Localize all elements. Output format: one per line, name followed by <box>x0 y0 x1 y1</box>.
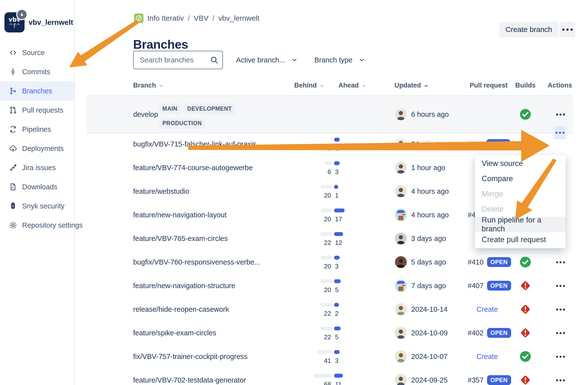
user-avatar[interactable] <box>395 303 407 315</box>
pipelines-icon <box>9 125 17 134</box>
user-avatar[interactable] <box>395 233 407 244</box>
ellipsis-icon <box>561 27 574 32</box>
branch-name-link[interactable]: bugfix/VBV-760-responsiveness-verbe... <box>133 258 260 266</box>
sidebar-item-commits[interactable]: Commits <box>0 62 74 81</box>
row-actions-button[interactable] <box>553 331 568 335</box>
behind-count: 41 <box>324 357 331 364</box>
build-status-icon[interactable] <box>520 256 531 268</box>
settings-icon <box>9 221 17 229</box>
build-status-icon[interactable] <box>520 280 531 292</box>
user-avatar[interactable] <box>395 108 407 120</box>
behind-count: 22 <box>324 310 331 317</box>
updated-time: 2024-10-09 <box>411 329 447 337</box>
sidebar-item-pipelines[interactable]: Pipelines <box>0 120 74 139</box>
more-options-button[interactable] <box>560 22 575 37</box>
sidebar-item-repository-settings[interactable]: Repository settings <box>0 216 74 235</box>
menu-item-run-pipeline-for-a-branch[interactable]: Run pipeline for a branch <box>475 217 566 232</box>
chevron-down-icon <box>358 57 365 64</box>
column-header-updated[interactable]: Updated <box>395 82 429 89</box>
branch-name-link[interactable]: feature/spike-exam-circles <box>133 329 216 337</box>
user-avatar[interactable] <box>395 162 407 174</box>
column-header-branch[interactable]: Branch <box>133 82 164 89</box>
user-avatar[interactable] <box>395 185 407 197</box>
sidebar-item-deployments[interactable]: Deployments <box>0 139 74 158</box>
column-header-behind[interactable]: Behind <box>294 82 325 89</box>
column-header-ahead[interactable]: Ahead <box>338 82 367 89</box>
sidebar-item-jira-issues[interactable]: Jira issues <box>0 158 74 177</box>
column-header-builds[interactable]: Builds <box>515 82 536 89</box>
search-box <box>133 51 223 69</box>
branch-name-link[interactable]: feature/new-navigation-structure <box>133 282 235 290</box>
branch-name-link[interactable]: fix/VBV-757-trainer-cockpit-progress <box>133 353 248 361</box>
chevron-down-icon <box>319 83 325 88</box>
column-header-actions[interactable]: Actions <box>548 82 572 89</box>
sidebar-item-label: Pipelines <box>22 125 51 134</box>
sidebar-item-downloads[interactable]: Downloads <box>0 177 74 196</box>
table-row: feature/new-navigation-structure2057 day… <box>86 274 573 297</box>
pull-request-link[interactable]: #407 <box>468 282 483 290</box>
pull-request-link[interactable]: #4 <box>468 211 476 219</box>
branch-name-link[interactable]: feature/VBV-702-testdata-generator <box>133 376 246 384</box>
user-avatar[interactable] <box>395 280 407 292</box>
user-avatar[interactable] <box>395 327 407 339</box>
menu-item-create-pull-request[interactable]: Create pull request <box>475 232 566 247</box>
pull-request-icon <box>9 106 17 114</box>
user-avatar[interactable] <box>395 138 407 150</box>
build-status-icon[interactable] <box>520 351 531 362</box>
build-status-icon[interactable] <box>520 327 531 339</box>
branch-name-link[interactable]: feature/VBV-765-exam-circles <box>133 235 228 243</box>
pull-request-link[interactable]: #411 <box>468 140 483 148</box>
column-header-pull-request[interactable]: Pull request <box>470 82 508 89</box>
sidebar-item-branches[interactable]: Branches <box>0 81 74 101</box>
user-avatar[interactable] <box>395 256 407 268</box>
breadcrumb-repository[interactable]: vbv_lernwelt <box>218 14 259 22</box>
row-actions-button[interactable] <box>553 283 568 288</box>
downloads-icon <box>9 183 17 191</box>
search-icon <box>210 56 219 64</box>
branch-name-link[interactable]: feature/new-navigation-layout <box>133 211 227 219</box>
breadcrumb-project[interactable]: VBV <box>194 14 209 22</box>
breadcrumb-separator: / <box>212 14 214 22</box>
create-pull-request-link[interactable]: Create <box>477 305 498 314</box>
build-status-icon[interactable] <box>520 138 531 150</box>
branch-name-link[interactable]: release/hide-reopen-casework <box>133 305 229 314</box>
create-branch-button[interactable]: Create branch <box>499 22 558 37</box>
pull-request-link[interactable]: #410 <box>468 258 483 266</box>
table-row-develop: developMAINDEVELOPMENTPRODUCTION6 hours … <box>86 95 573 133</box>
filter-branch-type-dropdown[interactable]: Branch type <box>315 53 365 67</box>
chevron-down-icon <box>423 83 429 88</box>
row-actions-button[interactable] <box>553 260 568 264</box>
row-actions-button-active[interactable] <box>554 126 566 139</box>
row-actions-button[interactable] <box>553 112 568 116</box>
row-actions-button[interactable] <box>553 307 568 312</box>
sidebar-item-source[interactable]: Source <box>0 43 74 62</box>
repo-avatar[interactable]: vbv ^f^ <box>4 12 24 32</box>
user-avatar[interactable] <box>395 209 407 221</box>
sidebar-item-label: Commits <box>22 68 50 76</box>
pull-request-link[interactable]: #402 <box>468 329 483 337</box>
filter-active-branches-dropdown[interactable]: Active branch... <box>236 53 298 67</box>
branch-name-link[interactable]: feature/webstudio <box>133 187 189 195</box>
branch-name-link[interactable]: bugfix/VBV-715-falscher-link-auf-praxis.… <box>133 140 262 148</box>
user-avatar[interactable] <box>395 374 407 385</box>
build-status-icon[interactable] <box>520 303 531 315</box>
user-avatar[interactable] <box>395 351 407 362</box>
ahead-count: 12 <box>335 239 342 247</box>
build-status-icon[interactable] <box>520 374 531 385</box>
row-actions-button[interactable] <box>553 378 568 382</box>
create-pull-request-link[interactable]: Create <box>477 353 498 361</box>
deployments-icon <box>9 144 17 153</box>
pull-request-link[interactable]: #357 <box>468 376 483 384</box>
table-row: fix/VBV-757-trainer-cockpit-progress4132… <box>86 345 573 368</box>
menu-item-view-source[interactable]: View source <box>475 156 566 171</box>
ahead-count: 3 <box>335 168 338 176</box>
sidebar-item-snyk-security[interactable]: Snyk security <box>0 196 74 216</box>
branch-name-link[interactable]: develop <box>133 110 158 118</box>
breadcrumb-workspace[interactable]: Info Iterativ <box>147 14 184 22</box>
sidebar-item-pull-requests[interactable]: Pull requests <box>0 101 74 120</box>
row-actions-button[interactable] <box>553 354 568 359</box>
table-row: bugfix/VBV-715-falscher-link-auf-praxis.… <box>86 132 573 156</box>
menu-item-compare[interactable]: Compare <box>475 171 566 186</box>
branch-name-link[interactable]: feature/VBV-774-course-autogewerbe <box>133 164 253 172</box>
build-status-icon[interactable] <box>520 108 531 120</box>
